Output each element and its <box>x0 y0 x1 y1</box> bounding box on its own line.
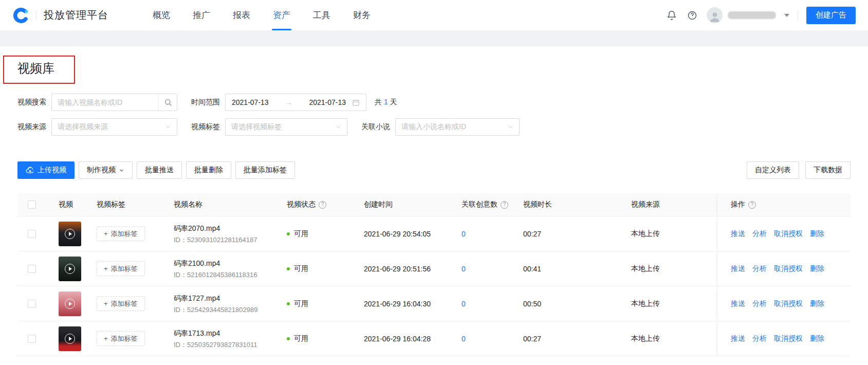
date-range-picker[interactable]: 2021-07-13 → 2021-07-13 <box>225 94 366 111</box>
related-novel-select[interactable]: 请输入小说名称或ID <box>395 118 520 136</box>
help-question-icon[interactable] <box>686 9 698 22</box>
custom-columns-button[interactable]: 自定义列表 <box>747 161 799 179</box>
status-text: 可用 <box>294 334 308 343</box>
help-circle-icon[interactable]: ? <box>501 201 508 209</box>
video-thumbnail[interactable] <box>59 257 81 281</box>
video-duration: 00:27 <box>519 321 627 356</box>
header-right: 创建广告 <box>666 7 856 24</box>
nav-item-3[interactable]: 资产 <box>262 0 302 30</box>
row-checkbox[interactable] <box>28 230 36 238</box>
row-checkbox[interactable] <box>28 335 36 343</box>
account-dropdown-caret-icon[interactable] <box>784 14 789 17</box>
video-source: 本地上传 <box>627 216 717 251</box>
video-source-label: 视频来源 <box>17 122 46 132</box>
creatives-count-link[interactable]: 0 <box>461 230 466 238</box>
created-time: 2021-06-29 16:04:28 <box>360 321 457 356</box>
notification-bell-icon[interactable] <box>666 9 678 22</box>
col-header-video: 视频 <box>46 193 93 216</box>
video-thumbnail[interactable] <box>59 326 81 351</box>
status-dot-icon <box>287 267 290 270</box>
revoke-auth-link[interactable]: 取消授权 <box>774 334 803 343</box>
video-thumbnail[interactable] <box>59 291 81 316</box>
upload-video-button[interactable]: 上传视频 <box>17 161 75 179</box>
table-header-row: 视频 视频标签 视频名称 视频状态 ? 创建时间 关联创意数 ? 视频时长 视频… <box>17 193 851 216</box>
page-title-wrap: 视频库 <box>17 60 54 77</box>
push-link[interactable]: 推送 <box>731 334 745 343</box>
video-id: ID：5250352793827831011 <box>174 340 257 350</box>
add-tag-button[interactable]: + 添加标签 <box>97 261 145 276</box>
revoke-auth-link[interactable]: 取消授权 <box>774 229 803 239</box>
video-thumbnail[interactable] <box>59 222 81 246</box>
nav-item-0[interactable]: 概览 <box>141 0 181 30</box>
creatives-count-link[interactable]: 0 <box>461 265 466 273</box>
download-data-button[interactable]: 下载数据 <box>805 161 851 179</box>
create-ad-button[interactable]: 创建广告 <box>806 7 856 24</box>
date-end[interactable]: 2021-07-13 <box>309 98 346 106</box>
batch-delete-button[interactable]: 批量删除 <box>186 161 231 179</box>
creatives-count-link[interactable]: 0 <box>461 335 466 343</box>
batch-add-tag-button[interactable]: 批量添加标签 <box>235 161 295 179</box>
table-row: + 添加标签 码率2100.mp4 ID：5216012845386118316… <box>17 251 851 286</box>
add-tag-label: 添加标签 <box>111 334 138 343</box>
row-checkbox[interactable] <box>28 265 36 273</box>
select-all-checkbox[interactable] <box>28 200 36 209</box>
video-duration: 00:27 <box>519 216 627 251</box>
video-tag-select[interactable]: 请选择视频标签 <box>225 118 347 136</box>
video-search-input[interactable] <box>52 98 158 106</box>
video-source: 本地上传 <box>627 251 717 286</box>
push-link[interactable]: 推送 <box>731 264 745 273</box>
brand-divider <box>36 10 36 21</box>
status-dot-icon <box>287 337 290 340</box>
delete-link[interactable]: 删除 <box>810 334 824 343</box>
analyze-link[interactable]: 分析 <box>752 264 767 273</box>
col-header-created-time: 创建时间 <box>360 193 457 216</box>
top-header: 投放管理平台 概览推广报表资产工具财务 <box>0 0 868 30</box>
video-table: 视频 视频标签 视频名称 视频状态 ? 创建时间 关联创意数 ? 视频时长 视频… <box>17 193 851 356</box>
push-link[interactable]: 推送 <box>731 229 745 239</box>
add-tag-button[interactable]: + 添加标签 <box>97 296 145 311</box>
brand-logo-icon[interactable] <box>12 7 30 24</box>
add-tag-button[interactable]: + 添加标签 <box>97 226 145 241</box>
add-tag-label: 添加标签 <box>111 299 138 308</box>
header-divider <box>798 10 798 21</box>
revoke-auth-link[interactable]: 取消授权 <box>774 264 803 273</box>
delete-link[interactable]: 删除 <box>810 229 824 239</box>
analyze-link[interactable]: 分析 <box>752 299 767 308</box>
nav-item-5[interactable]: 财务 <box>342 0 382 30</box>
filter-row-2: 视频来源 请选择视频来源 视频标签 请选择视频标签 关联小说 请输入小说名称或I… <box>17 118 851 136</box>
plus-icon: + <box>104 230 108 238</box>
creatives-count-link[interactable]: 0 <box>461 300 466 308</box>
nav-item-4[interactable]: 工具 <box>302 0 342 30</box>
calendar-icon <box>352 99 360 106</box>
video-source-select[interactable]: 请选择视频来源 <box>51 118 177 136</box>
chevron-down-icon <box>165 124 171 130</box>
col-header-actions: 操作 ? <box>717 193 851 216</box>
created-time: 2021-06-29 16:04:30 <box>360 286 457 321</box>
video-search-label: 视频搜索 <box>17 98 46 107</box>
video-name: 码率2070.mp4 <box>174 223 220 233</box>
col-header-source: 视频来源 <box>627 193 717 216</box>
table-row: + 添加标签 码率1727.mp4 ID：5254293445821802989… <box>17 286 851 321</box>
app-root: 投放管理平台 概览推广报表资产工具财务 <box>0 0 868 356</box>
help-circle-icon[interactable]: ? <box>319 201 326 209</box>
date-start[interactable]: 2021-07-13 <box>232 98 269 106</box>
user-avatar[interactable] <box>707 7 723 23</box>
push-link[interactable]: 推送 <box>731 299 745 308</box>
batch-push-button[interactable]: 批量推送 <box>137 161 182 179</box>
revoke-auth-link[interactable]: 取消授权 <box>774 299 803 308</box>
analyze-link[interactable]: 分析 <box>752 229 767 239</box>
nav-item-2[interactable]: 报表 <box>221 0 262 30</box>
status-dot-icon <box>287 302 290 305</box>
play-icon <box>65 299 75 309</box>
created-time: 2021-06-29 20:51:56 <box>360 251 457 286</box>
help-circle-icon[interactable]: ? <box>748 201 756 209</box>
make-video-button[interactable]: 制作视频 <box>79 161 133 179</box>
nav-item-1[interactable]: 推广 <box>181 0 221 30</box>
chevron-down-icon <box>507 124 513 130</box>
delete-link[interactable]: 删除 <box>810 264 824 273</box>
search-button[interactable] <box>158 94 177 111</box>
row-checkbox[interactable] <box>28 300 36 308</box>
delete-link[interactable]: 删除 <box>810 299 824 308</box>
analyze-link[interactable]: 分析 <box>752 334 767 343</box>
add-tag-button[interactable]: + 添加标签 <box>97 331 145 346</box>
